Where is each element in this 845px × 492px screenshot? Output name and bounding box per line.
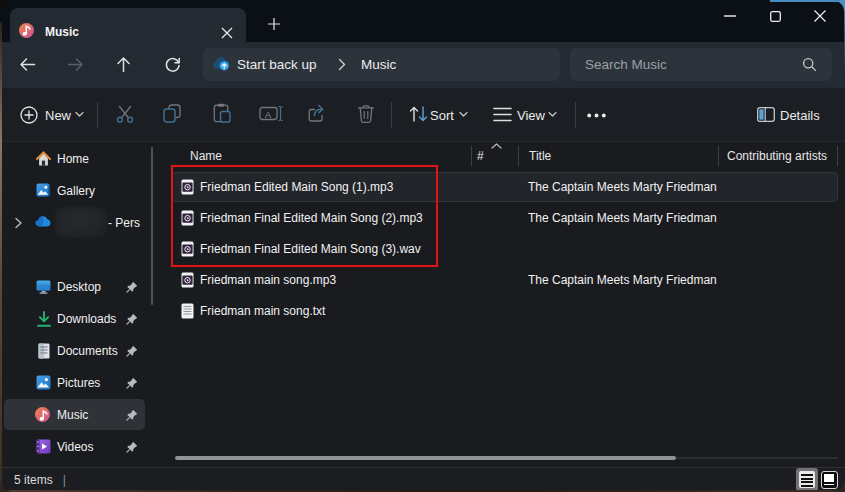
svg-text:A: A: [265, 109, 272, 120]
